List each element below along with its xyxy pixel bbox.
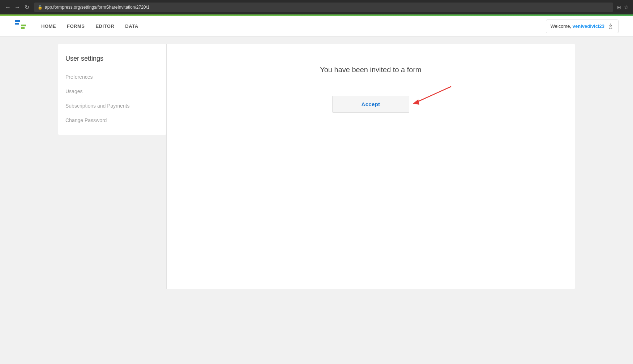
url-text: app.formpress.org/settings/formShareInvi… xyxy=(45,5,150,10)
arrow-annotation xyxy=(409,85,453,108)
welcome-prefix: Welcome, venivedivici23 xyxy=(551,23,604,29)
svg-rect-0 xyxy=(15,20,20,22)
user-greeting[interactable]: Welcome, venivedivici23 ♗ xyxy=(546,20,619,33)
accept-area: Accept xyxy=(332,96,410,113)
navbar: HOME FORMS EDITOR DATA Welcome, venivedi… xyxy=(0,16,633,36)
sidebar-item-subscriptions[interactable]: Subscriptions and Payments xyxy=(58,99,166,113)
nav-home[interactable]: HOME xyxy=(41,23,56,29)
navbar-left: HOME FORMS EDITOR DATA xyxy=(14,20,138,33)
forward-button[interactable]: → xyxy=(14,4,21,11)
bookmark-icon[interactable]: ☆ xyxy=(624,4,629,10)
address-bar[interactable]: 🔒 app.formpress.org/settings/formShareIn… xyxy=(34,3,613,12)
main-content: You have been invited to a form Accept xyxy=(166,44,575,289)
browser-actions: ⊞ ☆ xyxy=(617,4,629,10)
nav-links: HOME FORMS EDITOR DATA xyxy=(41,23,138,29)
nav-editor[interactable]: EDITOR xyxy=(95,23,114,29)
back-button[interactable]: ← xyxy=(4,4,12,11)
username-text: venivedivici23 xyxy=(573,23,604,29)
nav-data[interactable]: DATA xyxy=(125,23,138,29)
sidebar: User settings Preferences Usages Subscri… xyxy=(58,44,166,135)
page-body: User settings Preferences Usages Subscri… xyxy=(0,36,633,296)
lock-icon: 🔒 xyxy=(38,5,43,10)
sidebar-item-usages[interactable]: Usages xyxy=(58,84,166,99)
accept-button[interactable]: Accept xyxy=(332,96,410,113)
sidebar-item-change-password[interactable]: Change Password xyxy=(58,113,166,127)
svg-line-4 xyxy=(416,87,451,102)
reload-button[interactable]: ↻ xyxy=(23,4,30,11)
svg-rect-1 xyxy=(15,23,19,25)
nav-buttons: ← → ↻ xyxy=(4,4,30,11)
translate-icon[interactable]: ⊞ xyxy=(617,4,621,10)
nav-forms[interactable]: FORMS xyxy=(67,23,85,29)
sidebar-title: User settings xyxy=(58,51,166,70)
svg-rect-3 xyxy=(21,27,25,29)
svg-marker-5 xyxy=(413,99,419,105)
svg-rect-2 xyxy=(21,25,26,26)
user-avatar-icon: ♗ xyxy=(607,22,614,31)
sidebar-item-preferences[interactable]: Preferences xyxy=(58,70,166,84)
logo[interactable] xyxy=(14,20,27,33)
invite-message: You have been invited to a form xyxy=(320,66,422,74)
browser-chrome: ← → ↻ 🔒 app.formpress.org/settings/formS… xyxy=(0,0,633,14)
